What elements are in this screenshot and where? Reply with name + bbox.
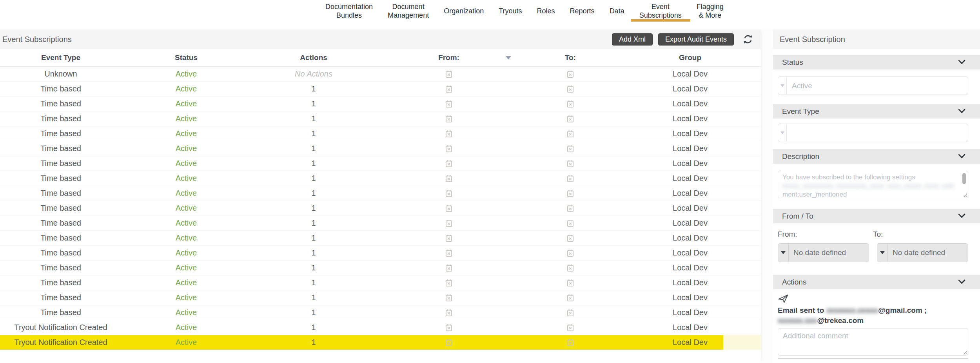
calendar-x-icon (567, 264, 574, 272)
table-row[interactable]: Time based Active 1 (0, 111, 761, 126)
additional-comment-textarea[interactable]: Additional comment (778, 328, 968, 356)
table-row[interactable]: Time based Active 1 (0, 126, 761, 141)
nav-tab[interactable]: Roles (537, 2, 555, 20)
resize-grip-icon[interactable] (963, 193, 967, 197)
calendar-x-icon (567, 324, 574, 332)
cell-actions: 1 (251, 144, 376, 153)
dropdown-toggle[interactable] (778, 124, 787, 142)
table-row[interactable]: Time based Active 1 (0, 275, 761, 290)
cell-event-type: Unknown (0, 69, 122, 78)
cell-event-type: Time based (0, 129, 122, 138)
cell-group: Local Dev (619, 84, 761, 93)
chevron-down-icon (958, 277, 965, 284)
cell-event-type: Time based (0, 174, 122, 183)
cell-event-type: Time based (0, 233, 122, 243)
cell-to (521, 115, 619, 123)
table-row[interactable]: Time based Active 1 (0, 231, 761, 246)
dropdown-toggle[interactable] (877, 244, 888, 262)
scrollbar-thumb[interactable] (962, 173, 966, 184)
dropdown-toggle[interactable] (778, 244, 789, 262)
cell-actions: 1 (251, 278, 376, 287)
column-header-event-type[interactable]: Event Type (0, 53, 122, 62)
table-row[interactable]: Time based Active 1 (0, 82, 761, 97)
description-textarea[interactable]: You have subscribed to the following set… (778, 171, 968, 198)
table-row[interactable]: Time based Active 1 (0, 171, 761, 186)
table-row[interactable]: Unknown Active No Actions (0, 67, 761, 82)
status-combobox[interactable]: Active (778, 77, 968, 95)
paper-plane-icon (778, 294, 789, 303)
column-header-to[interactable]: To: (521, 53, 619, 62)
column-header-group[interactable]: Group (619, 53, 761, 62)
to-date-select[interactable]: No date defined (877, 243, 968, 262)
cell-from (376, 279, 521, 287)
accordion-status-label: Status (782, 58, 803, 67)
calendar-x-icon (445, 204, 452, 212)
table-row[interactable]: Time based Active 1 (0, 246, 761, 261)
cell-to (521, 160, 619, 168)
cell-from (376, 190, 521, 197)
cell-status: Active (122, 338, 251, 347)
accordion-event-type[interactable]: Event Type (773, 104, 980, 119)
table-row[interactable]: Time based Active 1 (0, 290, 761, 305)
calendar-x-icon (567, 190, 574, 197)
cell-group: Local Dev (619, 99, 761, 108)
table-row[interactable]: Tryout Notification Created Active 1 (0, 335, 761, 350)
table-row[interactable]: Time based Active 1 (0, 201, 761, 216)
accordion-actions[interactable]: Actions (773, 275, 980, 289)
column-header-from[interactable]: From: (376, 53, 521, 62)
refresh-icon[interactable] (742, 34, 753, 45)
calendar-x-icon (445, 279, 452, 287)
from-date-select[interactable]: No date defined (778, 243, 869, 262)
calendar-x-icon (445, 70, 452, 78)
nav-tab[interactable]: Data (610, 2, 624, 20)
dropdown-toggle[interactable] (778, 77, 787, 95)
cell-actions: 1 (251, 323, 376, 332)
calendar-x-icon (567, 309, 574, 317)
cell-event-type: Time based (0, 278, 122, 287)
cell-status: Active (122, 233, 251, 243)
column-header-actions[interactable]: Actions (251, 53, 376, 62)
accordion-description[interactable]: Description (773, 149, 980, 164)
table-row[interactable]: Time based Active 1 (0, 141, 761, 156)
cell-from (376, 115, 521, 123)
table-row[interactable]: Tryout Notification Created Active 1 (0, 320, 761, 335)
cell-group: Local Dev (619, 204, 761, 213)
accordion-description-label: Description (782, 152, 819, 161)
calendar-x-icon (445, 100, 452, 108)
nav-tab[interactable]: Flagging & More (697, 2, 724, 20)
export-audit-events-button[interactable]: Export Audit Events (658, 33, 734, 46)
cell-group: Local Dev (619, 308, 761, 317)
accordion-from-to[interactable]: From / To (773, 209, 980, 223)
cell-event-type: Time based (0, 114, 122, 123)
nav-tab[interactable]: Tryouts (499, 2, 522, 20)
actions-content: Email sent toxxxxxxx.xxxxx@gmail.com ; x… (778, 294, 968, 359)
top-navigation: Documentation Bundles Document Managemen… (0, 0, 980, 29)
add-xml-button[interactable]: Add Xml (612, 33, 653, 46)
nav-tab[interactable]: Organization (444, 2, 484, 20)
sort-descending-icon[interactable] (506, 56, 511, 60)
accordion-status[interactable]: Status (773, 55, 980, 69)
chevron-down-icon (958, 151, 965, 158)
table-row[interactable]: Time based Active 1 (0, 216, 761, 231)
calendar-x-icon (445, 339, 452, 347)
table-row[interactable]: Time based Active 1 (0, 156, 761, 171)
table-row[interactable]: Time based Active 1 (0, 97, 761, 111)
event-type-combobox[interactable] (778, 124, 968, 142)
cell-event-type: Time based (0, 308, 122, 317)
resize-grip-icon[interactable] (963, 350, 967, 354)
cell-actions: 1 (251, 159, 376, 168)
nav-tab[interactable]: Reports (570, 2, 595, 20)
chevron-down-icon (958, 211, 965, 218)
redacted-email: xxxxxxx.xxxxx (826, 306, 878, 314)
triangle-down-icon (781, 251, 786, 254)
table-row[interactable]: Time based Active 1 (0, 186, 761, 201)
nav-tab[interactable]: Documentation Bundles (325, 2, 373, 20)
cell-from (376, 324, 521, 332)
table-row[interactable]: Time based Active 1 (0, 261, 761, 275)
nav-tab[interactable]: Event Subscriptions (639, 2, 682, 20)
column-header-status[interactable]: Status (122, 53, 251, 62)
cell-event-type: Time based (0, 189, 122, 198)
nav-tab[interactable]: Document Management (388, 2, 429, 20)
table-row[interactable]: Time based Active 1 (0, 305, 761, 320)
cell-from (376, 294, 521, 302)
